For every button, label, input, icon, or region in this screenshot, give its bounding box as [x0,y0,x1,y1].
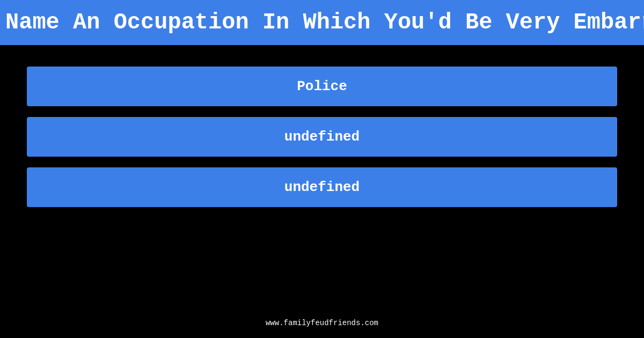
answer-button-2[interactable]: undefined [27,117,617,157]
answers-container: Police undefined undefined [0,45,644,207]
header-banner: Name An Occupation In Which You'd Be Ver… [0,0,644,45]
footer-url: www.familyfeudfriends.com [266,319,378,327]
footer: www.familyfeudfriends.com [0,319,644,327]
header-text: Name An Occupation In Which You'd Be Ver… [0,10,644,35]
answer-button-3[interactable]: undefined [27,167,617,207]
answer-button-1[interactable]: Police [27,67,617,106]
